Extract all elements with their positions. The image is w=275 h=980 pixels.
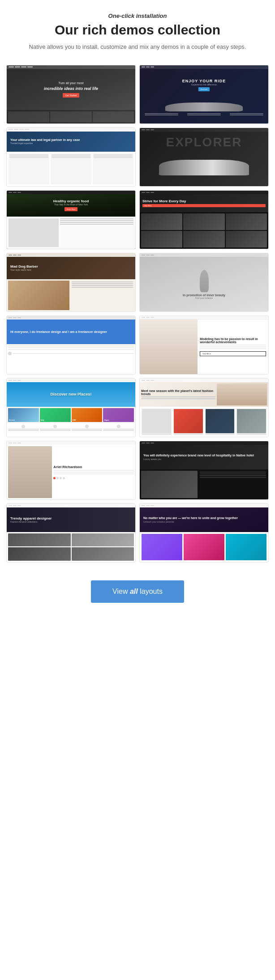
view-all-layouts-button[interactable]: View all layouts bbox=[91, 580, 184, 603]
demo-14[interactable]: You will definitely experience brand new… bbox=[139, 441, 269, 500]
header-section: One-click installation Our rich demos co… bbox=[0, 0, 275, 60]
demo-9[interactable]: Hi everyone, I do freelance design and I… bbox=[6, 315, 136, 375]
demo-7[interactable]: Mad Dog Barber Your style starts here bbox=[6, 253, 136, 312]
demo-13[interactable]: Ariel Richardson bbox=[6, 441, 136, 500]
page-title: Our rich demos collection bbox=[9, 22, 266, 38]
demo-12[interactable]: Meet new season with the planet's latest… bbox=[139, 378, 269, 437]
demo-8[interactable]: In promotion of inner beauty Find your b… bbox=[139, 253, 269, 312]
demo-16[interactable]: No matter who you are — we're here to un… bbox=[139, 503, 269, 562]
subtitle-suffix: installation bbox=[134, 13, 167, 19]
demo-4[interactable]: EXPLORER bbox=[139, 128, 269, 187]
demo-11[interactable]: Discover new Places! Greece Italy UAE Ja… bbox=[6, 378, 136, 437]
demos-grid: Turn all your most incredible ideas into… bbox=[0, 60, 275, 571]
demo-1[interactable]: Turn all your most incredible ideas into… bbox=[6, 65, 136, 124]
view-all-italic: all bbox=[130, 588, 138, 595]
demo-5[interactable]: Healthy organic food True Italy in the h… bbox=[6, 190, 136, 249]
demo-3[interactable]: Your ultimate law and legal partner in a… bbox=[6, 128, 136, 187]
demo-6[interactable]: Strive for More Every Day Join Now bbox=[139, 190, 269, 249]
header-subtitle: One-click installation bbox=[9, 13, 266, 19]
header-description: Native allows you to install, customize … bbox=[9, 43, 266, 51]
view-all-suffix: layouts bbox=[138, 588, 163, 595]
demo-10[interactable]: Modeling has to be passion to result in … bbox=[139, 315, 269, 375]
demo-15[interactable]: Trendy apparel designer Fashion forward … bbox=[6, 503, 136, 562]
subtitle-italic: One-click bbox=[108, 13, 135, 19]
demo-2[interactable]: ENJOY YOUR RIDE Experience the differenc… bbox=[139, 65, 269, 124]
view-all-section: View all layouts bbox=[0, 571, 275, 616]
view-all-prefix: View bbox=[112, 588, 130, 595]
